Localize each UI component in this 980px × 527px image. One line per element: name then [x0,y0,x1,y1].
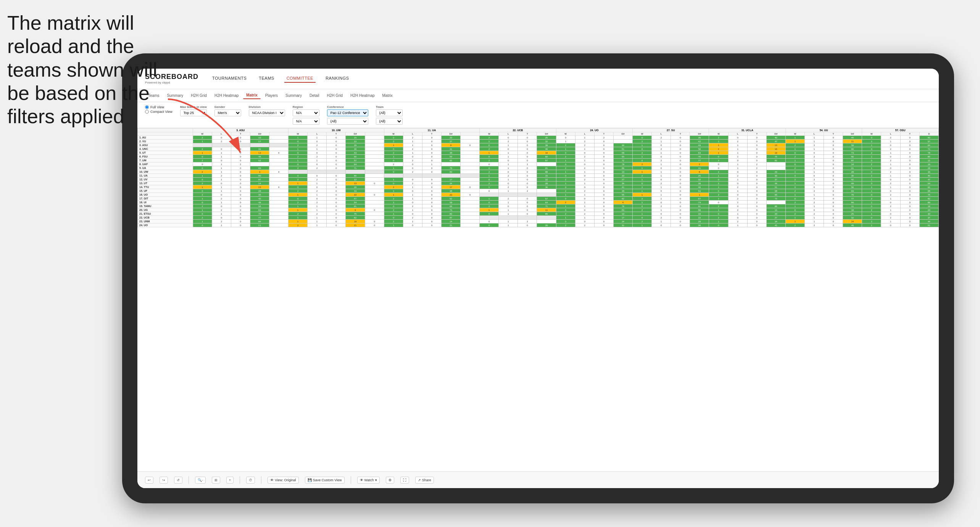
zoom-out-button[interactable]: 🔍- [195,477,206,484]
subnav-h2h-grid[interactable]: H2H Grid [188,92,210,99]
subnav-h2h-heatmap2[interactable]: H2H Heatmap [347,92,377,99]
expand-button[interactable]: ⛶ [400,477,409,484]
matrix-cell: 41 [766,223,785,227]
conference-select[interactable]: Pac-12 Conference [327,109,368,116]
division-select[interactable]: NCAA Division I [249,109,285,116]
matrix-cell: 0 [365,182,384,185]
matrix-cell: 0 [594,170,613,174]
th-uw: 10. UW [289,129,384,132]
subnav-matrix[interactable]: Matrix [243,92,260,99]
matrix-cell: 0 [709,162,728,166]
th-t7: T [747,132,766,136]
region-select[interactable]: N/A [293,109,319,116]
matrix-cell: 0 [709,212,728,216]
subnav-h2h-heatmap[interactable]: H2H Heatmap [211,92,242,99]
team-select[interactable]: (All) [376,109,403,116]
table-row: 1. AU20010110150202020025012020352004011… [138,136,939,140]
matrix-cell [250,162,269,166]
matrix-cell: 0 [785,174,804,178]
conference-select2[interactable]: (All) [327,118,368,125]
subnav-matrix2[interactable]: Matrix [379,92,396,99]
matrix-cell: 36 [346,147,365,151]
subnav-h2h-grid2[interactable]: H2H Grid [324,92,346,99]
th-t6: T [671,132,690,136]
matrix-cell: 1 [633,178,652,182]
subnav-players[interactable]: Players [262,92,281,99]
subnav-detail[interactable]: Detail [306,92,322,99]
share-button[interactable]: ↗ Share [415,477,434,484]
matrix-cell: 0 [747,147,766,151]
matrix-cell: 1 [384,201,403,204]
matrix-cell: 2 [805,155,824,159]
matrix-cell: 0 [231,185,250,189]
matrix-cell: 2 [633,208,652,212]
nav-committee[interactable]: COMMITTEE [284,74,316,83]
reset-button[interactable]: ↺ [174,477,182,484]
matrix-cell: 14 [441,220,460,223]
th-t5: T [594,132,613,136]
matrix-cell [461,197,480,201]
matrix-cell: 2 [518,189,537,193]
matrix-cell: 38 [441,189,460,193]
gender-select[interactable]: Men's [214,109,241,116]
matrix-cell: 22 [346,193,365,197]
redo-button[interactable]: ↪ [160,477,168,484]
matrix-cell [499,216,518,220]
matrix-cell [269,216,288,220]
nav-rankings[interactable]: RANKINGS [323,74,351,83]
matrix-cell: 1 [633,166,652,170]
matrix-cell: 2 [384,208,403,212]
subnav-summary2[interactable]: Summary [282,92,305,99]
matrix-cell [269,223,288,227]
matrix-cell: 0 [900,170,919,174]
th-d9: D [919,132,938,136]
matrix-cell: 16 [766,147,785,151]
view-original-button[interactable]: 👁 View: Original [268,477,298,484]
matrix-cell: 1 [652,220,671,223]
matrix-cell: 1 [556,182,575,185]
settings-button[interactable]: ⚙ [386,477,394,484]
zoom-fit-button[interactable]: ⊞ [212,477,220,484]
watch-button[interactable]: 👁 Watch ▾ [357,477,380,484]
th-l8: L [805,132,824,136]
matrix-cell: 1 [480,140,499,143]
matrix-cell: 56 [250,204,269,208]
max-teams-label: Max teams in view [180,105,207,109]
matrix-cell: 0 [212,147,231,151]
matrix-cell: 1 [881,151,900,155]
matrix-cell: 1 [480,174,499,178]
region-label: Region [293,105,319,109]
th-t9: T [900,132,919,136]
matrix-cell: 2 [709,170,728,174]
save-custom-button[interactable]: 💾 Save Custom View [305,477,345,484]
timer-button[interactable]: ⏱ [246,477,255,484]
nav-teams[interactable]: TEAMS [256,74,276,83]
matrix-cell [461,182,480,185]
matrix-cell: 88 [537,170,556,174]
matrix-cell: 0 [594,174,613,178]
row-label: 7. UM [138,159,193,162]
matrix-cell: 0 [289,162,308,166]
nav-tournaments[interactable]: TOURNAMENTS [210,74,249,83]
undo-button[interactable]: ↩ [145,477,153,484]
matrix-cell: 0 [480,178,499,182]
main-nav: TOURNAMENTS TEAMS COMMITTEE RANKINGS [210,74,351,83]
max-teams-select[interactable]: Top 25 [180,109,207,116]
matrix-cell: 2 [785,155,804,159]
matrix-cell: 0 [671,166,690,170]
matrix-cell: 0 [747,197,766,201]
matrix-scroll-area[interactable]: 3. ASU 10. UW 11. UA 22. UCB 24. UO [137,128,939,471]
matrix-cell: 0 [384,136,403,140]
zoom-in-button[interactable]: + [226,477,234,484]
matrix-cell: 75 [919,193,938,197]
th-dif6: Dif [690,132,709,136]
team-select2[interactable]: (All) [376,118,403,125]
matrix-cell: 1 [403,151,422,155]
matrix-cell: 1 [384,193,403,197]
region-select2[interactable]: N/A [293,118,319,125]
matrix-cell: 2 [785,178,804,182]
matrix-cell: 0 [327,166,346,170]
matrix-cell: 2 [575,223,594,227]
matrix-cell: 2 [633,151,652,155]
matrix-cell [441,162,460,166]
